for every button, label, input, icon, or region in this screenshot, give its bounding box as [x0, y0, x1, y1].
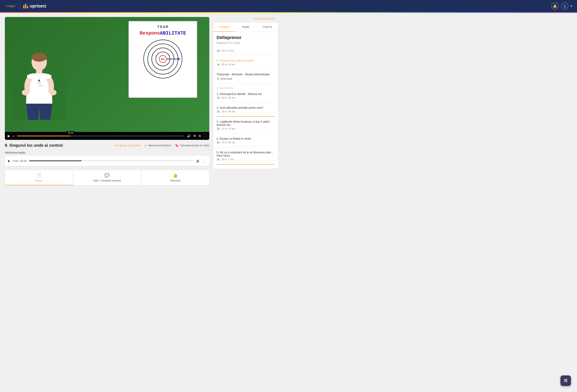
list-item[interactable]: 8. Singurul loc unde ai control ▶ 28 m. …	[216, 57, 275, 69]
video-time-tooltip: 05:40	[67, 131, 75, 134]
audio-label: Versiunea audio:	[5, 151, 209, 154]
sidebar-tabs: Conținut Notițe Chat AI	[213, 22, 278, 32]
video-volume-button[interactable]: 🔊	[186, 134, 191, 138]
notification-icon: 🔔	[553, 4, 557, 8]
lesson-title-active: 8. Singurul loc unde ai control	[216, 59, 275, 62]
sidebar-tab-continut[interactable]: Conținut	[213, 22, 235, 32]
duration-text: 16 m. 35 sec.	[221, 127, 236, 130]
svg-text:EU: EU	[161, 58, 165, 61]
download-label: Download	[220, 77, 232, 80]
header-right: 🔔 👤 ▾	[551, 2, 572, 10]
audio-player: ▶ 5:40 / 28:38 🔊 ⋮	[5, 156, 209, 166]
logo-bar-1	[23, 5, 24, 8]
save-label: Salvează poziția în notițe	[180, 144, 209, 147]
duration-text: 19 m. 5 sec.	[221, 49, 235, 52]
floating-action-button[interactable]: ⌘	[560, 375, 571, 386]
lesson-title: 5. De ce e important să ai un Business p…	[216, 151, 275, 157]
user-icon: 👤	[563, 4, 567, 8]
logo-icon	[23, 4, 28, 8]
play-icon: ▶	[216, 49, 220, 52]
video-controls: ▶ pri 05:40 🔊 ⚙ ⧉ ⛶	[5, 132, 209, 140]
tab-detalii-label: Detalii	[35, 179, 43, 182]
tab-recenzii-label: Recenzii	[170, 179, 180, 182]
play-icon: ▶	[216, 96, 220, 99]
play-icon: ▶	[216, 141, 220, 144]
sidebar-tab-notite[interactable]: Notițe	[235, 22, 256, 32]
finalize-label: Marchează finalizat	[148, 144, 171, 147]
favorite-label: Șterge din favorite	[119, 144, 141, 147]
divider	[216, 116, 275, 117]
logo-text: upriserz	[30, 3, 46, 9]
favorite-button[interactable]: ★ Șterge din favorite	[115, 144, 141, 147]
tab-detalii[interactable]: 📄 Detalii	[5, 170, 73, 185]
header-divider	[19, 3, 19, 9]
audio-play-button[interactable]: ▶	[8, 159, 10, 162]
play-icon: ▶	[216, 110, 220, 113]
logo-bar-3	[27, 6, 28, 8]
divider	[216, 134, 275, 134]
back-button[interactable]: < Înapoi	[5, 4, 15, 8]
recenzii-icon: 👍	[173, 173, 178, 178]
svg-point-7	[38, 80, 40, 81]
wb-target: EU	[143, 39, 183, 79]
svg-point-4	[49, 90, 57, 95]
duration-text: 18 m. 56 sec.	[221, 110, 236, 113]
lesson-duration: ▶ 16 m. 35 sec.	[216, 127, 275, 130]
course-date: Publicat 07.07.2020	[216, 41, 275, 44]
video-screen: DELTA TEAM ResponsABILITATE	[5, 17, 209, 132]
video-container: DELTA TEAM ResponsABILITATE	[5, 17, 209, 140]
download-link[interactable]: ⬇ Download	[216, 77, 275, 81]
tab-qa[interactable]: 💬 Q&A - Întreabă expertul	[73, 170, 141, 185]
bookmark-icon: 🔖	[175, 144, 179, 147]
play-icon: ▶	[216, 158, 220, 161]
save-position-button[interactable]: 🔖 Salvează poziția în notițe	[175, 144, 209, 147]
play-icon: ▶	[216, 63, 220, 66]
duration-text: 28 m. 40 sec.	[221, 63, 236, 66]
list-item[interactable]: Transcript - All levels - Modul Administ…	[216, 70, 275, 83]
wb-title: TEAM	[157, 25, 169, 29]
video-fullscreen-button[interactable]: ⛶	[203, 134, 207, 138]
list-item[interactable]: 2. Sunt afacerile potrivite pentru tine?…	[216, 104, 275, 116]
list-item[interactable]: 3. Legăturile dintre business și top 3 v…	[216, 118, 275, 133]
svg-text:DELTA: DELTA	[38, 85, 44, 87]
finalize-button[interactable]: ✓ Marchează finalizat	[144, 144, 171, 147]
download-icon: ⬇	[216, 77, 219, 81]
lesson-duration: ▶ 39 m. 7 sec.	[216, 158, 275, 161]
logo: upriserz	[23, 3, 46, 9]
video-progress-bar[interactable]: 05:40	[17, 136, 184, 136]
lesson-duration: ▶ 30 m. 45 sec.	[216, 96, 275, 99]
logo-bar-2	[25, 4, 26, 8]
audio-volume-button[interactable]: 🔊	[196, 159, 200, 163]
divider	[216, 69, 275, 70]
lesson-title: 4. Începe cu finalul în minte	[216, 137, 275, 140]
header-chevron-icon[interactable]: ▾	[571, 4, 572, 8]
list-item[interactable]: ▶ 19 m. 5 sec.	[216, 47, 275, 55]
audio-progress-bar[interactable]	[29, 160, 194, 161]
audio-more-button[interactable]: ⋮	[202, 159, 206, 163]
lesson-title: 1. Descoperă-ți valorile - Monica Ion	[216, 92, 275, 96]
presenter-svg: DELTA	[19, 51, 59, 120]
command-icon: ⌘	[563, 378, 568, 383]
user-button[interactable]: 👤	[561, 2, 568, 10]
star-icon: ★	[115, 144, 118, 147]
divider	[216, 103, 275, 103]
divider	[216, 147, 275, 147]
list-item[interactable]: 1. Descoperă-ți valorile - Monica Ion ▶ …	[216, 90, 275, 102]
video-play-button[interactable]: ▶	[7, 134, 10, 138]
notification-button[interactable]: 🔔	[551, 2, 559, 10]
detalii-icon: 📄	[36, 173, 41, 178]
list-item[interactable]: 4. Începe cu finalul în minte ▶ 19 m. 45…	[216, 135, 275, 146]
audio-section: Versiunea audio: ▶ 5:40 / 28:38 🔊 ⋮	[5, 151, 209, 166]
list-item[interactable]: 5. De ce e important să ai un Business p…	[216, 148, 275, 163]
video-pip-button[interactable]: ⧉	[198, 134, 201, 138]
bottom-tabs: 📄 Detalii 💬 Q&A - Întreabă expertul 👍 Re…	[5, 170, 209, 185]
hide-toc-button[interactable]: Ascunde cuprinsul →	[213, 17, 278, 20]
duration-text: 19 m. 45 sec.	[221, 141, 236, 144]
video-controls-right: 🔊 ⚙ ⧉ ⛶	[186, 134, 207, 138]
divider	[216, 56, 275, 56]
lesson-duration: ▶ 19 m. 45 sec.	[216, 141, 275, 144]
tab-recenzii[interactable]: 👍 Recenzii	[141, 170, 209, 185]
sidebar-tab-chat-ai[interactable]: Chat AI	[256, 22, 278, 32]
video-settings-button[interactable]: ⚙	[193, 134, 197, 138]
qa-icon: 💬	[105, 173, 109, 178]
